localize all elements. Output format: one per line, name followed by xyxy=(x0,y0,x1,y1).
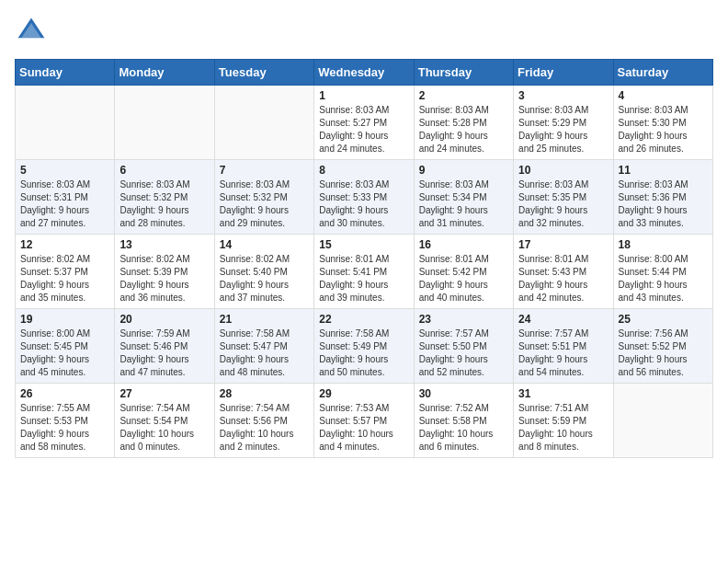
day-info: Sunrise: 7:58 AM Sunset: 5:47 PM Dayligh… xyxy=(220,327,309,379)
day-info: Sunrise: 8:01 AM Sunset: 5:42 PM Dayligh… xyxy=(419,253,508,304)
calendar-cell: 16Sunrise: 8:01 AM Sunset: 5:42 PM Dayli… xyxy=(414,235,513,309)
day-info: Sunrise: 8:02 AM Sunset: 5:39 PM Dayligh… xyxy=(119,253,209,304)
day-number: 12 xyxy=(20,238,109,251)
day-number: 22 xyxy=(319,313,408,326)
calendar-cell: 11Sunrise: 8:03 AM Sunset: 5:36 PM Dayli… xyxy=(613,160,712,235)
calendar-cell: 13Sunrise: 8:02 AM Sunset: 5:39 PM Dayli… xyxy=(115,235,214,309)
day-info: Sunrise: 8:03 AM Sunset: 5:32 PM Dayligh… xyxy=(119,178,209,230)
calendar-table: SundayMondayTuesdayWednesdayThursdayFrid… xyxy=(15,59,713,458)
day-info: Sunrise: 7:52 AM Sunset: 5:58 PM Dayligh… xyxy=(419,402,508,454)
day-info: Sunrise: 7:51 AM Sunset: 5:59 PM Dayligh… xyxy=(518,402,608,454)
calendar-cell: 4Sunrise: 8:03 AM Sunset: 5:30 PM Daylig… xyxy=(613,86,712,160)
calendar-week-3: 12Sunrise: 8:02 AM Sunset: 5:37 PM Dayli… xyxy=(16,235,713,309)
calendar-cell: 29Sunrise: 7:53 AM Sunset: 5:57 PM Dayli… xyxy=(314,384,414,458)
day-info: Sunrise: 7:55 AM Sunset: 5:53 PM Dayligh… xyxy=(20,402,109,454)
day-number: 11 xyxy=(619,164,708,177)
calendar-cell: 17Sunrise: 8:01 AM Sunset: 5:43 PM Dayli… xyxy=(514,235,613,309)
day-number: 28 xyxy=(220,387,309,400)
day-number: 19 xyxy=(20,313,109,326)
day-number: 13 xyxy=(119,238,209,251)
calendar-cell xyxy=(613,384,712,458)
day-info: Sunrise: 8:03 AM Sunset: 5:31 PM Dayligh… xyxy=(20,178,109,230)
calendar-cell: 21Sunrise: 7:58 AM Sunset: 5:47 PM Dayli… xyxy=(214,309,313,384)
day-info: Sunrise: 7:54 AM Sunset: 5:56 PM Dayligh… xyxy=(220,402,309,454)
day-number: 17 xyxy=(518,238,608,251)
calendar-cell: 31Sunrise: 7:51 AM Sunset: 5:59 PM Dayli… xyxy=(514,384,613,458)
calendar-week-4: 19Sunrise: 8:00 AM Sunset: 5:45 PM Dayli… xyxy=(16,309,713,384)
calendar-header-saturday: Saturday xyxy=(613,60,712,86)
day-info: Sunrise: 8:03 AM Sunset: 5:35 PM Dayligh… xyxy=(518,178,608,230)
page-header xyxy=(15,15,713,48)
calendar-cell: 24Sunrise: 7:57 AM Sunset: 5:51 PM Dayli… xyxy=(514,309,613,384)
calendar-header-thursday: Thursday xyxy=(414,60,513,86)
day-number: 14 xyxy=(220,238,309,251)
day-number: 15 xyxy=(319,238,408,251)
calendar-cell: 18Sunrise: 8:00 AM Sunset: 5:44 PM Dayli… xyxy=(613,235,712,309)
calendar-cell xyxy=(16,86,115,160)
calendar-cell: 15Sunrise: 8:01 AM Sunset: 5:41 PM Dayli… xyxy=(314,235,414,309)
calendar-header-wednesday: Wednesday xyxy=(314,60,414,86)
calendar-cell xyxy=(115,86,214,160)
day-info: Sunrise: 7:57 AM Sunset: 5:50 PM Dayligh… xyxy=(419,327,508,379)
day-info: Sunrise: 8:03 AM Sunset: 5:34 PM Dayligh… xyxy=(419,178,508,230)
day-number: 10 xyxy=(518,164,608,177)
day-number: 26 xyxy=(20,387,109,400)
day-info: Sunrise: 8:02 AM Sunset: 5:37 PM Dayligh… xyxy=(20,253,109,304)
day-number: 24 xyxy=(518,313,608,326)
day-number: 25 xyxy=(619,313,708,326)
day-info: Sunrise: 7:58 AM Sunset: 5:49 PM Dayligh… xyxy=(319,327,408,379)
calendar-week-5: 26Sunrise: 7:55 AM Sunset: 5:53 PM Dayli… xyxy=(16,384,713,458)
day-number: 9 xyxy=(419,164,508,177)
calendar-cell: 22Sunrise: 7:58 AM Sunset: 5:49 PM Dayli… xyxy=(314,309,414,384)
day-number: 16 xyxy=(419,238,508,251)
calendar-cell: 7Sunrise: 8:03 AM Sunset: 5:32 PM Daylig… xyxy=(214,160,313,235)
calendar-week-1: 1Sunrise: 8:03 AM Sunset: 5:27 PM Daylig… xyxy=(16,86,713,160)
day-number: 30 xyxy=(419,387,508,400)
calendar-cell: 12Sunrise: 8:02 AM Sunset: 5:37 PM Dayli… xyxy=(16,235,115,309)
calendar-cell: 3Sunrise: 8:03 AM Sunset: 5:29 PM Daylig… xyxy=(514,86,613,160)
calendar-cell: 19Sunrise: 8:00 AM Sunset: 5:45 PM Dayli… xyxy=(16,309,115,384)
day-info: Sunrise: 8:01 AM Sunset: 5:41 PM Dayligh… xyxy=(319,253,408,304)
day-info: Sunrise: 8:03 AM Sunset: 5:28 PM Dayligh… xyxy=(419,104,508,155)
day-info: Sunrise: 8:03 AM Sunset: 5:29 PM Dayligh… xyxy=(518,104,608,155)
day-number: 7 xyxy=(220,164,309,177)
logo-icon xyxy=(15,15,48,48)
day-info: Sunrise: 8:00 AM Sunset: 5:44 PM Dayligh… xyxy=(619,253,708,304)
day-number: 31 xyxy=(518,387,608,400)
day-number: 1 xyxy=(319,89,408,102)
day-info: Sunrise: 8:03 AM Sunset: 5:33 PM Dayligh… xyxy=(319,178,408,230)
day-number: 23 xyxy=(419,313,508,326)
calendar-cell: 8Sunrise: 8:03 AM Sunset: 5:33 PM Daylig… xyxy=(314,160,414,235)
day-info: Sunrise: 8:02 AM Sunset: 5:40 PM Dayligh… xyxy=(220,253,309,304)
day-info: Sunrise: 7:53 AM Sunset: 5:57 PM Dayligh… xyxy=(319,402,408,454)
calendar-week-2: 5Sunrise: 8:03 AM Sunset: 5:31 PM Daylig… xyxy=(16,160,713,235)
day-number: 27 xyxy=(119,387,209,400)
day-info: Sunrise: 7:57 AM Sunset: 5:51 PM Dayligh… xyxy=(518,327,608,379)
day-info: Sunrise: 8:00 AM Sunset: 5:45 PM Dayligh… xyxy=(20,327,109,379)
calendar-cell: 10Sunrise: 8:03 AM Sunset: 5:35 PM Dayli… xyxy=(514,160,613,235)
calendar-cell: 5Sunrise: 8:03 AM Sunset: 5:31 PM Daylig… xyxy=(16,160,115,235)
calendar-cell: 27Sunrise: 7:54 AM Sunset: 5:54 PM Dayli… xyxy=(115,384,214,458)
day-number: 18 xyxy=(619,238,708,251)
day-number: 4 xyxy=(619,89,708,102)
calendar-cell: 1Sunrise: 8:03 AM Sunset: 5:27 PM Daylig… xyxy=(314,86,414,160)
day-number: 8 xyxy=(319,164,408,177)
calendar-cell: 23Sunrise: 7:57 AM Sunset: 5:50 PM Dayli… xyxy=(414,309,513,384)
calendar-cell: 14Sunrise: 8:02 AM Sunset: 5:40 PM Dayli… xyxy=(214,235,313,309)
day-info: Sunrise: 7:54 AM Sunset: 5:54 PM Dayligh… xyxy=(119,402,209,454)
calendar-cell xyxy=(214,86,313,160)
day-info: Sunrise: 8:03 AM Sunset: 5:27 PM Dayligh… xyxy=(319,104,408,155)
day-info: Sunrise: 8:03 AM Sunset: 5:36 PM Dayligh… xyxy=(619,178,708,230)
calendar-cell: 25Sunrise: 7:56 AM Sunset: 5:52 PM Dayli… xyxy=(613,309,712,384)
calendar-header-row: SundayMondayTuesdayWednesdayThursdayFrid… xyxy=(16,60,713,86)
calendar-header-monday: Monday xyxy=(115,60,214,86)
logo xyxy=(15,15,51,48)
calendar-header-tuesday: Tuesday xyxy=(214,60,313,86)
day-info: Sunrise: 8:03 AM Sunset: 5:32 PM Dayligh… xyxy=(220,178,309,230)
calendar-header-sunday: Sunday xyxy=(16,60,115,86)
day-info: Sunrise: 8:01 AM Sunset: 5:43 PM Dayligh… xyxy=(518,253,608,304)
calendar-header-friday: Friday xyxy=(514,60,613,86)
day-info: Sunrise: 7:56 AM Sunset: 5:52 PM Dayligh… xyxy=(619,327,708,379)
day-number: 2 xyxy=(419,89,508,102)
calendar-cell: 20Sunrise: 7:59 AM Sunset: 5:46 PM Dayli… xyxy=(115,309,214,384)
